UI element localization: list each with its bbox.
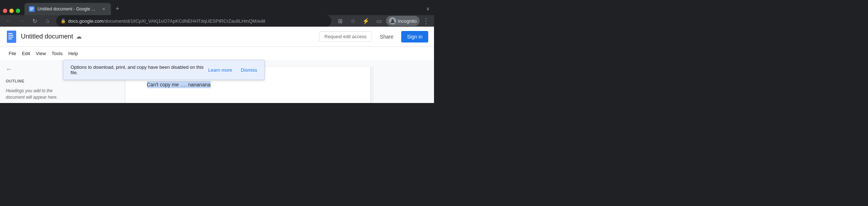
menu-item-help[interactable]: Help <box>66 49 81 58</box>
address-bar[interactable]: 🔒 docs.google.com/document/d/1lICpXl_VAK… <box>56 15 331 27</box>
document-title[interactable]: Untitled document <box>21 33 73 40</box>
incognito-icon <box>389 17 396 24</box>
extensions-button[interactable]: ⚡ <box>360 15 372 27</box>
close-button[interactable] <box>3 9 7 13</box>
svg-rect-8 <box>8 37 13 37</box>
app-area: Untitled document ☁ Request edit access … <box>0 27 434 103</box>
request-edit-button[interactable]: Request edit access <box>319 31 372 42</box>
svg-rect-7 <box>8 35 13 36</box>
url-path: /document/d/1lICpXl_VAKj1oO7ApKCdNEHHTdq… <box>103 18 265 24</box>
svg-rect-1 <box>30 8 33 8</box>
sidebar-button[interactable]: ▭ <box>373 15 385 27</box>
tab-right-chevron[interactable]: ∨ <box>425 4 431 13</box>
banner-dismiss-button[interactable]: Dismiss <box>241 67 258 73</box>
menu-item-tools[interactable]: Tools <box>49 49 65 58</box>
forward-button[interactable]: → <box>16 15 27 27</box>
reload-button[interactable]: ↻ <box>29 15 40 27</box>
address-url: docs.google.com/document/d/1lICpXl_VAKj1… <box>68 18 327 24</box>
notification-banner: Options to download, print, and copy hav… <box>63 60 265 80</box>
svg-rect-6 <box>8 33 13 34</box>
sign-in-button[interactable]: Sign in <box>401 31 428 42</box>
vertical-scrollbar[interactable] <box>370 67 374 103</box>
incognito-button[interactable]: Incognito <box>386 16 420 26</box>
tab-title: Untitled document - Google D… <box>37 6 98 12</box>
browser-menu-button[interactable]: ⋮ <box>421 15 431 27</box>
star-button[interactable]: ☆ <box>347 15 359 27</box>
header-right-controls: Request edit access Share Sign in <box>319 31 428 42</box>
svg-rect-9 <box>8 39 12 39</box>
sidebar-back-button[interactable]: ← <box>6 66 59 73</box>
minimize-button[interactable] <box>9 9 14 13</box>
svg-rect-3 <box>30 10 32 10</box>
banner-learn-more-link[interactable]: Learn more <box>208 67 232 73</box>
share-button[interactable]: Share <box>375 32 398 42</box>
window-controls <box>3 9 20 13</box>
outline-hint-text: Headings you add to the document will ap… <box>6 88 59 100</box>
app-header: Untitled document ☁ Request edit access … <box>0 27 434 47</box>
tab-bar: Untitled document - Google D… × + ∨ <box>0 0 434 15</box>
menu-bar: File Edit View Tools Help <box>0 47 434 60</box>
banner-text: Options to download, print, and copy hav… <box>71 64 205 75</box>
menu-item-edit[interactable]: Edit <box>19 49 33 58</box>
outline-title: OUTLINE <box>6 79 59 83</box>
active-tab[interactable]: Untitled document - Google D… × <box>24 3 111 15</box>
selected-text: Can't copy me …. nananana <box>147 81 211 88</box>
svg-rect-2 <box>30 9 33 9</box>
incognito-label: Incognito <box>398 18 417 24</box>
lock-icon: 🔒 <box>61 18 66 23</box>
outline-sidebar: ← OUTLINE Headings you add to the docume… <box>0 60 65 103</box>
tab-close-button[interactable]: × <box>101 6 107 12</box>
tab-favicon <box>29 6 35 12</box>
menu-item-file[interactable]: File <box>6 49 19 58</box>
grid-button[interactable]: ⊞ <box>334 15 346 27</box>
maximize-button[interactable] <box>16 9 20 13</box>
back-button[interactable]: ← <box>3 15 14 27</box>
menu-item-view[interactable]: View <box>33 49 49 58</box>
home-button[interactable]: ⌂ <box>42 15 53 27</box>
tab-right-controls: ∨ <box>425 4 434 13</box>
app-logo <box>6 30 17 44</box>
new-tab-button[interactable]: + <box>112 4 122 14</box>
url-domain: docs.google.com <box>68 18 103 24</box>
nav-right-controls: ⊞ ☆ ⚡ ▭ Incognito ⋮ <box>334 15 431 27</box>
browser-window: Untitled document - Google D… × + ∨ ← → … <box>0 0 434 103</box>
cloud-sync-icon: ☁ <box>76 33 82 40</box>
nav-bar: ← → ↻ ⌂ 🔒 docs.google.com/document/d/1lI… <box>0 15 434 27</box>
